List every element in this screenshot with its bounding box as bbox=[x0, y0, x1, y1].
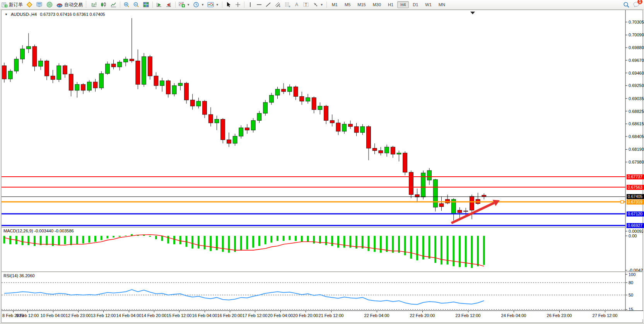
auto-trading-icon bbox=[56, 2, 63, 8]
time-tick bbox=[27, 311, 28, 312]
candlestick bbox=[245, 124, 249, 134]
candlestick bbox=[203, 100, 207, 118]
pane-divider[interactable] bbox=[2, 227, 643, 228]
macd-bar bbox=[429, 236, 430, 259]
candlestick bbox=[439, 196, 444, 211]
periods-button[interactable]: ▼ bbox=[191, 1, 206, 9]
timeframe-M5[interactable]: M5 bbox=[342, 1, 354, 8]
candlestick bbox=[282, 83, 286, 94]
line-chart-button[interactable] bbox=[109, 1, 118, 9]
macd-bar bbox=[204, 236, 206, 249]
timeframe-W1[interactable]: W1 bbox=[422, 1, 435, 8]
chart-window[interactable]: ▼ AUDUSD-,H4 0.67373 0.67416 0.67361 0.6… bbox=[1, 10, 643, 323]
auto-scroll-button[interactable] bbox=[154, 1, 164, 9]
zoom-out-button[interactable] bbox=[132, 1, 141, 9]
candlestick bbox=[26, 33, 31, 53]
time-label: 14 Feb 20:00 bbox=[142, 313, 167, 318]
chevron-down-icon[interactable]: ▼ bbox=[5, 13, 8, 16]
time-label: 9 Feb 12:00 bbox=[16, 313, 39, 318]
chat-button[interactable]: 1 bbox=[633, 1, 640, 9]
candlestick bbox=[312, 96, 316, 113]
timeframe-M1[interactable]: M1 bbox=[329, 1, 341, 8]
trendline-button[interactable] bbox=[264, 1, 273, 9]
search-icon[interactable] bbox=[623, 2, 630, 8]
svg-text:E: E bbox=[279, 5, 280, 7]
line-handle[interactable] bbox=[621, 201, 624, 203]
timeframe-M30[interactable]: M30 bbox=[370, 1, 384, 8]
candlestick bbox=[69, 69, 73, 97]
vertical-line-button[interactable] bbox=[246, 1, 255, 9]
time-tick bbox=[605, 311, 605, 312]
time-axis[interactable]: 8 Feb 20239 Feb 12:0010 Feb 04:0012 Feb … bbox=[2, 310, 643, 319]
macd-bar bbox=[416, 236, 418, 260]
macd-bar bbox=[240, 236, 242, 250]
auto-trading-button[interactable]: 自动交易 bbox=[55, 1, 84, 9]
timeframe-D1[interactable]: D1 bbox=[410, 1, 421, 8]
candlestick bbox=[130, 18, 134, 63]
time-tick bbox=[103, 311, 104, 312]
market-watch-button[interactable] bbox=[24, 1, 34, 9]
horizontal-line-button[interactable] bbox=[255, 1, 264, 9]
candle-chart-button[interactable] bbox=[99, 1, 109, 9]
macd-pane[interactable]: 0.0009250.00-0.0042 bbox=[2, 228, 643, 271]
pane-divider[interactable] bbox=[2, 271, 643, 272]
equidistant-channel-button[interactable]: E bbox=[273, 1, 283, 9]
price-tick-label: 0.70305 bbox=[629, 20, 644, 24]
templates-button[interactable]: ▼ bbox=[206, 1, 220, 9]
macd-bar bbox=[125, 235, 127, 236]
horizontal-line-icon bbox=[256, 2, 262, 8]
macd-bar bbox=[331, 236, 333, 246]
text-label-button[interactable]: T bbox=[301, 1, 311, 9]
candlestick bbox=[221, 118, 225, 143]
indicators-button[interactable]: ▼ bbox=[177, 1, 191, 9]
svg-text:F: F bbox=[289, 5, 290, 8]
macd-bar bbox=[380, 236, 382, 253]
time-tick bbox=[280, 311, 281, 312]
macd-bar bbox=[3, 236, 5, 244]
candlestick bbox=[111, 60, 116, 69]
candlestick bbox=[51, 70, 55, 83]
time-label: 22 Feb 04:00 bbox=[364, 313, 389, 318]
new-order-button[interactable]: 新订单 bbox=[0, 1, 24, 9]
candlestick bbox=[208, 107, 213, 126]
tile-windows-button[interactable] bbox=[141, 1, 151, 9]
time-label: 13 Feb 12:00 bbox=[91, 313, 116, 318]
candlestick bbox=[14, 57, 19, 74]
candlestick bbox=[196, 97, 201, 108]
timeframe-H4[interactable]: H4 bbox=[397, 1, 409, 8]
timeframe-H1[interactable]: H1 bbox=[385, 1, 396, 8]
candlestick bbox=[160, 78, 164, 92]
candlestick bbox=[269, 93, 273, 105]
zoom-in-button[interactable] bbox=[122, 1, 132, 9]
macd-bar bbox=[106, 236, 108, 239]
cursor-button[interactable] bbox=[224, 1, 233, 9]
candlestick bbox=[415, 189, 419, 202]
price-pane[interactable] bbox=[2, 10, 643, 227]
chart-shift-icon bbox=[166, 2, 172, 8]
svg-text:A: A bbox=[295, 2, 298, 7]
crosshair-button[interactable] bbox=[233, 1, 243, 9]
chart-shift-button[interactable] bbox=[164, 1, 174, 9]
signals-button[interactable] bbox=[44, 1, 55, 9]
timeframe-MN[interactable]: MN bbox=[436, 1, 448, 8]
rsi-pane[interactable]: 100805015 bbox=[2, 272, 643, 310]
candlestick bbox=[379, 147, 383, 155]
macd-bar bbox=[34, 236, 36, 246]
candlestick bbox=[184, 82, 189, 104]
data-window-button[interactable] bbox=[34, 1, 44, 9]
fibonacci-button[interactable]: F bbox=[283, 1, 292, 9]
time-label: 16 Feb 20:00 bbox=[217, 313, 243, 318]
svg-text:T: T bbox=[305, 3, 307, 7]
bar-chart-button[interactable] bbox=[89, 1, 99, 9]
time-label: 26 Feb 23:00 bbox=[547, 313, 572, 318]
timeframe-M15[interactable]: M15 bbox=[354, 1, 369, 8]
time-tick bbox=[377, 311, 377, 312]
text-button[interactable]: A bbox=[292, 1, 301, 9]
candlestick bbox=[336, 119, 340, 135]
candlestick bbox=[8, 69, 12, 82]
arrows-button[interactable]: ▼ bbox=[311, 1, 325, 9]
data-window-icon bbox=[36, 2, 43, 8]
chart-shift-marker[interactable] bbox=[470, 12, 475, 14]
candlestick bbox=[142, 53, 146, 87]
candlestick bbox=[20, 45, 25, 63]
